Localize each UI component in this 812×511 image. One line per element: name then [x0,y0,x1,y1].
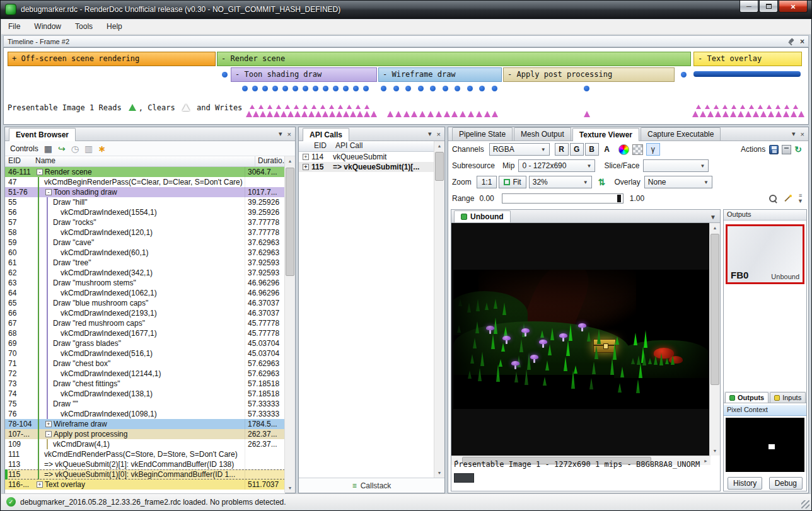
draw-call-dot[interactable] [393,86,399,91]
event-row[interactable]: 66vkCmdDrawIndexed(2193,1)46.37037 [5,308,285,318]
image-write-triangle[interactable] [364,111,370,117]
timeline-header[interactable]: Timeline - Frame #2 × [3,35,809,47]
draw-call-dot[interactable] [381,86,386,91]
scroll-up-icon[interactable]: ▲ [434,141,444,151]
event-row[interactable]: 71Draw "chest box"57.62963 [5,359,285,369]
image-write-triangle[interactable] [395,111,402,117]
draw-call-dot[interactable] [262,86,268,91]
timeline-marker-post-processing[interactable]: - Apply post processing [503,67,675,82]
image-write-triangle[interactable] [798,111,804,117]
image-write-triangle[interactable] [274,111,280,117]
image-write-triangle[interactable] [476,111,482,117]
collapse-icon[interactable]: - [37,169,43,175]
event-row[interactable]: 67Draw "red mushroom caps"45.77778 [5,318,285,328]
image-write-triangle[interactable] [364,105,369,109]
event-row[interactable]: 75Draw ""57.33333 [5,399,285,409]
image-write-triangle[interactable] [301,111,308,117]
color-wheel-icon[interactable] [618,144,629,155]
image-write-triangle[interactable] [707,111,714,117]
draw-call-dot[interactable] [584,86,589,91]
goto-event-icon[interactable]: ↪ [58,144,66,154]
resize-grip[interactable] [801,500,809,508]
tab-outputs[interactable]: Outputs [725,392,768,403]
image-write-triangle[interactable] [775,111,782,117]
history-button[interactable]: History [728,477,762,490]
blue-channel-button[interactable]: B [585,143,599,156]
draw-call-dot[interactable] [333,86,339,91]
browse-icon[interactable]: ▦ [44,144,52,154]
event-row[interactable]: 70vkCmdDrawIndexed(516,1)45.03704 [5,348,285,359]
pixel-context-canvas[interactable] [726,418,804,472]
image-write-triangle[interactable] [767,105,772,109]
menu-file[interactable]: File [1,20,27,34]
image-write-triangle[interactable] [427,111,434,117]
image-write-triangle[interactable] [322,111,328,117]
event-row[interactable]: 72vkCmdDrawIndexed(12144,1)57.62963 [5,369,285,379]
save-icon[interactable] [769,145,779,154]
image-write-triangle[interactable] [749,105,754,109]
event-row[interactable]: 47vkCmdBeginRenderPass(C=Clear, D=Clear,… [5,177,285,187]
image-write-triangle[interactable] [387,111,393,117]
event-row[interactable]: 76vkCmdDrawIndexed(1098,1)57.33333 [5,409,285,419]
image-write-triangle[interactable] [281,111,287,117]
image-write-triangle[interactable] [793,105,798,109]
draw-call-dot[interactable] [252,86,258,91]
image-write-triangle[interactable] [320,105,325,109]
chevron-down-icon[interactable]: ▼ [710,214,720,222]
image-write-triangle[interactable] [287,111,294,117]
image-write-triangle[interactable] [285,105,290,109]
timeline-marker-render-scene[interactable]: - Render scene [217,52,691,66]
image-write-triangle[interactable] [250,105,255,109]
draw-call-dot[interactable] [479,86,485,91]
tab-api-calls[interactable]: API Calls [303,128,349,141]
image-write-triangle[interactable] [267,105,272,109]
panel-close-icon[interactable]: × [287,130,291,138]
scroll-down-icon[interactable]: ▼ [434,468,444,478]
zoom-select[interactable]: 32%▼ [529,176,592,188]
image-write-triangle[interactable] [371,111,377,117]
panel-menu-icon[interactable]: ▾ [428,130,432,138]
image-write-triangle[interactable] [329,111,335,117]
draw-call-dot[interactable] [242,86,248,91]
pin-icon[interactable] [787,38,795,45]
tab-mesh-output[interactable]: Mesh Output [514,127,571,141]
event-row[interactable]: 56vkCmdDrawIndexed(1554,1)39.25926 [5,207,285,217]
event-row[interactable]: 55Draw "hill"39.25926 [5,197,285,207]
image-write-triangle[interactable] [294,105,299,109]
bookmark-icon[interactable]: ∗ [98,144,106,154]
image-write-triangle[interactable] [745,111,751,117]
panel-close-icon[interactable]: × [437,130,441,138]
image-write-triangle[interactable] [308,111,315,117]
image-write-triangle[interactable] [775,105,780,109]
image-write-triangle[interactable] [311,105,316,109]
image-write-triangle[interactable] [722,111,729,117]
collapse-icon[interactable]: - [45,189,52,195]
draw-call-dot[interactable] [363,86,369,91]
image-write-triangle[interactable] [338,105,343,109]
event-row[interactable]: 62vkCmdDrawIndexed(342,1)37.92593 [5,268,285,278]
image-write-triangle[interactable] [356,105,361,109]
draw-call-dot[interactable] [293,86,298,91]
image-write-triangle[interactable] [753,111,759,117]
event-row[interactable]: 58vkCmdDrawIndexed(120,1)37.77778 [5,227,285,238]
draw-call-dot[interactable] [492,86,497,91]
timeline-dot-strip[interactable] [693,71,801,77]
image-write-triangle[interactable] [258,105,264,109]
image-write-triangle[interactable] [705,105,710,109]
fit-button[interactable]: Fit [499,176,526,188]
mip-select[interactable]: 0 - 1272x690▼ [518,159,595,172]
image-write-triangle[interactable] [758,105,763,109]
event-row[interactable]: 78-104+Wireframe draw1784.5... [5,419,285,429]
tab-event-browser[interactable]: Event Browser [9,128,76,141]
tab-pipeline-state[interactable]: Pipeline State [452,127,513,141]
api-call-row[interactable]: +114vkQueueSubmit [299,152,434,162]
panel-menu-icon[interactable]: ▾ [279,130,282,138]
expand-icon[interactable]: + [303,164,309,170]
image-write-triangle[interactable] [738,111,744,117]
range-min-value[interactable]: 0.00 [479,194,494,203]
image-write-triangle[interactable] [584,111,590,117]
api-calls-scrollbar[interactable]: ▲ ▼ [434,141,444,478]
image-write-triangle[interactable] [768,111,774,117]
image-write-triangle[interactable] [294,111,301,117]
image-write-triangle[interactable] [696,105,701,109]
